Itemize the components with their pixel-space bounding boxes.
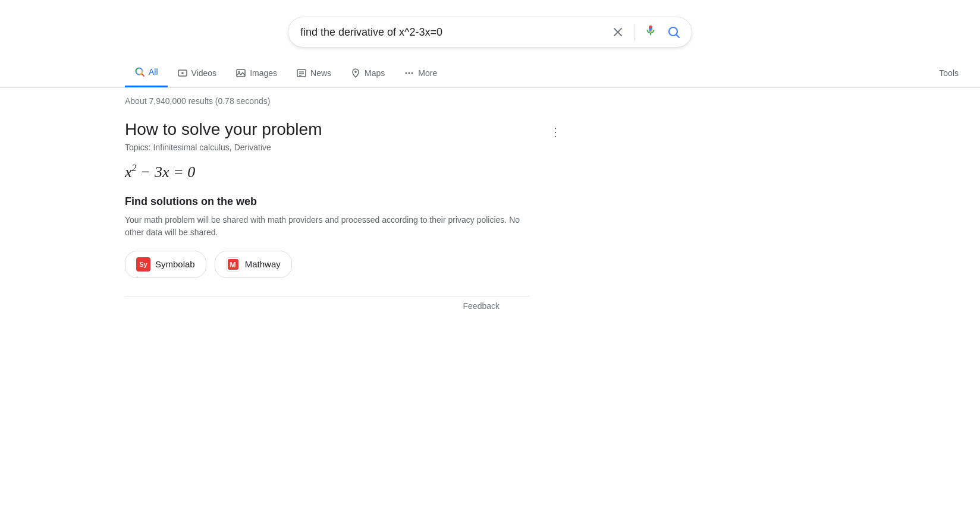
tab-tools-label: Tools	[939, 68, 959, 78]
news-icon	[296, 68, 307, 78]
solve-card: ⋮ How to solve your problem Topics: Infi…	[125, 120, 529, 296]
tab-all[interactable]: All	[125, 58, 168, 87]
tab-images[interactable]: Images	[226, 59, 287, 87]
videos-icon	[177, 68, 188, 78]
svg-text:M: M	[230, 260, 236, 269]
tab-more[interactable]: More	[394, 59, 447, 87]
bottom-divider	[125, 296, 529, 296]
symbolab-label: Symbolab	[155, 259, 195, 269]
maps-icon	[350, 68, 361, 78]
clear-icon[interactable]	[611, 26, 624, 39]
search-bar-icons	[611, 24, 682, 40]
nav-tabs: All Videos Images	[0, 58, 980, 88]
tab-maps[interactable]: Maps	[341, 59, 394, 87]
search-bar-separator	[634, 24, 635, 40]
svg-marker-9	[181, 72, 184, 74]
svg-line-3	[677, 35, 680, 38]
find-solutions-title: Find solutions on the web	[125, 195, 529, 208]
symbolab-logo: Sy	[136, 257, 150, 272]
mathway-button[interactable]: M Mathway	[215, 251, 292, 278]
all-search-icon	[134, 67, 145, 77]
mathway-logo: M	[226, 257, 240, 272]
feedback-row: Feedback	[125, 296, 535, 311]
svg-point-18	[409, 72, 410, 74]
card-title: How to solve your problem	[125, 120, 529, 139]
svg-point-17	[406, 72, 407, 74]
mathway-label: Mathway	[245, 259, 281, 269]
tab-more-label: More	[418, 68, 437, 78]
mic-icon[interactable]	[644, 24, 661, 40]
results-container: About 7,940,000 results (0.78 seconds) ⋮…	[0, 88, 535, 311]
card-topics: Topics: Infinitesimal calculus, Derivati…	[125, 143, 529, 152]
tab-maps-label: Maps	[365, 68, 385, 78]
results-count: About 7,940,000 results (0.78 seconds)	[125, 96, 535, 106]
svg-point-11	[238, 71, 240, 72]
svg-point-16	[354, 71, 357, 73]
tab-tools[interactable]: Tools	[929, 60, 968, 86]
search-input-text[interactable]: find the derivative of x^2-3x=0	[300, 26, 611, 39]
providers-row: Sy Symbolab M Mathway	[125, 251, 529, 278]
search-bar: find the derivative of x^2-3x=0	[288, 17, 692, 48]
svg-line-5	[142, 74, 145, 77]
tab-videos[interactable]: Videos	[168, 59, 227, 87]
tab-videos-label: Videos	[191, 68, 217, 78]
svg-point-19	[412, 72, 413, 74]
search-submit-icon[interactable]	[665, 24, 682, 40]
images-icon	[235, 68, 246, 78]
tab-news[interactable]: News	[287, 59, 341, 87]
more-dots-icon	[404, 68, 414, 78]
search-bar-container: find the derivative of x^2-3x=0	[0, 0, 980, 58]
math-equation: x2 − 3x = 0	[125, 163, 529, 181]
symbolab-button[interactable]: Sy Symbolab	[125, 251, 206, 278]
privacy-notice: Your math problem will be shared with ma…	[125, 214, 529, 239]
tab-news-label: News	[310, 68, 331, 78]
feedback-link[interactable]: Feedback	[463, 301, 500, 311]
tab-images-label: Images	[250, 68, 277, 78]
tab-all-label: All	[149, 67, 158, 77]
card-more-options-icon[interactable]: ⋮	[547, 122, 565, 141]
svg-rect-10	[237, 70, 245, 77]
